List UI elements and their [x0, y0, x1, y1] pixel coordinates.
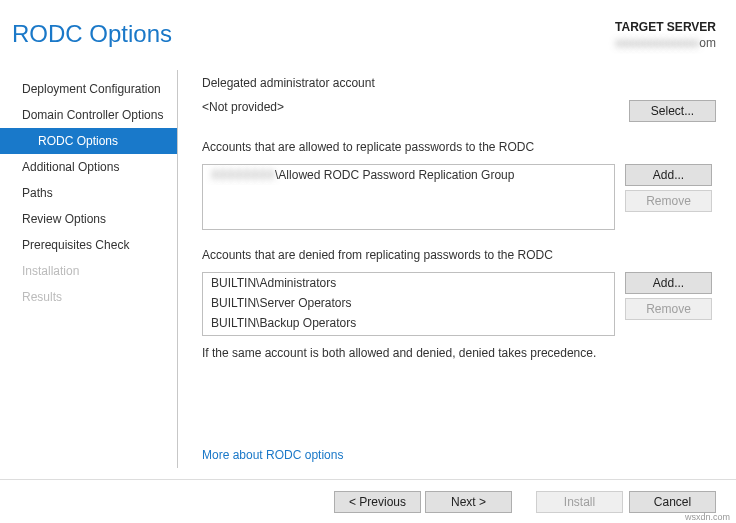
- install-button: Install: [536, 491, 623, 513]
- allowed-accounts-list[interactable]: XXXXXXXX\Allowed RODC Password Replicati…: [202, 164, 615, 230]
- list-item[interactable]: BUILTIN\Backup Operators: [203, 313, 614, 333]
- sidebar: Deployment Configuration Domain Controll…: [0, 70, 178, 468]
- denied-remove-button: Remove: [625, 298, 712, 320]
- sidebar-item-installation: Installation: [0, 258, 177, 284]
- list-item[interactable]: BUILTIN\Server Operators: [203, 293, 614, 313]
- footer: < Previous Next > Install Cancel: [0, 479, 736, 523]
- target-server-value: xxxxxxxxxxxxxxom: [615, 36, 716, 50]
- allowed-remove-button: Remove: [625, 190, 712, 212]
- sidebar-item-additional-options[interactable]: Additional Options: [0, 154, 177, 180]
- delegated-admin-value: <Not provided>: [202, 100, 619, 114]
- list-item[interactable]: BUILTIN\Administrators: [203, 273, 614, 293]
- sidebar-item-domain-controller-options[interactable]: Domain Controller Options: [0, 102, 177, 128]
- next-button[interactable]: Next >: [425, 491, 512, 513]
- main-panel: Delegated administrator account <Not pro…: [178, 70, 736, 468]
- allowed-accounts-label: Accounts that are allowed to replicate p…: [202, 140, 716, 154]
- header: RODC Options TARGET SERVER xxxxxxxxxxxxx…: [0, 0, 736, 58]
- nav-buttons-group: < Previous Next >: [334, 491, 512, 513]
- target-server-block: TARGET SERVER xxxxxxxxxxxxxxom: [615, 20, 716, 50]
- body: Deployment Configuration Domain Controll…: [0, 58, 736, 468]
- precedence-note: If the same account is both allowed and …: [202, 346, 716, 360]
- allowed-accounts-row: XXXXXXXX\Allowed RODC Password Replicati…: [202, 164, 716, 230]
- denied-buttons: Add... Remove: [625, 272, 712, 320]
- sidebar-item-prerequisites-check[interactable]: Prerequisites Check: [0, 232, 177, 258]
- denied-accounts-list[interactable]: BUILTIN\Administrators BUILTIN\Server Op…: [202, 272, 615, 336]
- sidebar-item-review-options[interactable]: Review Options: [0, 206, 177, 232]
- page-title: RODC Options: [12, 20, 172, 48]
- sidebar-item-results: Results: [0, 284, 177, 310]
- denied-accounts-label: Accounts that are denied from replicatin…: [202, 248, 716, 262]
- allowed-buttons: Add... Remove: [625, 164, 712, 212]
- delegated-admin-label: Delegated administrator account: [202, 76, 716, 90]
- sidebar-item-deployment-configuration[interactable]: Deployment Configuration: [0, 76, 177, 102]
- denied-add-button[interactable]: Add...: [625, 272, 712, 294]
- cancel-button[interactable]: Cancel: [629, 491, 716, 513]
- allowed-add-button[interactable]: Add...: [625, 164, 712, 186]
- sidebar-item-rodc-options[interactable]: RODC Options: [0, 128, 177, 154]
- select-button[interactable]: Select...: [629, 100, 716, 122]
- more-about-link[interactable]: More about RODC options: [202, 448, 343, 462]
- target-server-label: TARGET SERVER: [615, 20, 716, 34]
- denied-accounts-row: BUILTIN\Administrators BUILTIN\Server Op…: [202, 272, 716, 336]
- watermark: wsxdn.com: [685, 512, 730, 522]
- previous-button[interactable]: < Previous: [334, 491, 421, 513]
- list-item[interactable]: XXXXXXXX\Allowed RODC Password Replicati…: [203, 165, 614, 185]
- sidebar-item-paths[interactable]: Paths: [0, 180, 177, 206]
- delegated-admin-row: <Not provided> Select...: [202, 100, 716, 122]
